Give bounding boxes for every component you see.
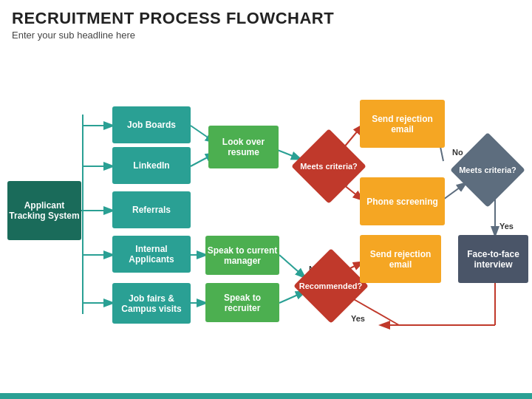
header: RECRUITMENT PROCESS FLOWCHART Enter your… bbox=[0, 0, 532, 44]
main-title: RECRUITMENT PROCESS FLOWCHART bbox=[12, 9, 520, 28]
reject-email-1: Send rejection email bbox=[360, 100, 445, 148]
face-interview-box: Face-to-face interview bbox=[458, 235, 528, 283]
flowchart: Yes No Yes No Yes No Applicant Tracking … bbox=[0, 52, 532, 395]
ats-box: Applicant Tracking System bbox=[7, 181, 81, 240]
speak-manager-box: Speak to current manager bbox=[205, 236, 279, 275]
phone-screening: Phone screening bbox=[360, 177, 445, 225]
reject-email-2: Send rejection email bbox=[360, 235, 441, 283]
internal-box: Internal Applicants bbox=[112, 236, 191, 273]
svg-text:Yes: Yes bbox=[499, 222, 514, 231]
bottom-bar bbox=[0, 393, 532, 399]
job-boards-box: Job Boards bbox=[112, 106, 191, 143]
job-fairs-box: Job fairs & Campus visits bbox=[112, 283, 191, 324]
recommended: Recommended? bbox=[296, 253, 366, 319]
sub-title: Enter your sub headline here bbox=[12, 30, 520, 41]
look-over-box: Look over resume bbox=[208, 126, 279, 168]
linkedin-box: LinkedIn bbox=[112, 147, 191, 184]
referrals-box: Referrals bbox=[112, 191, 191, 228]
speak-recruiter-box: Speak to recruiter bbox=[205, 283, 279, 322]
meets-criteria-1: Meets criteria? bbox=[296, 133, 362, 200]
meets-criteria-2: Meets criteria? bbox=[454, 137, 521, 203]
